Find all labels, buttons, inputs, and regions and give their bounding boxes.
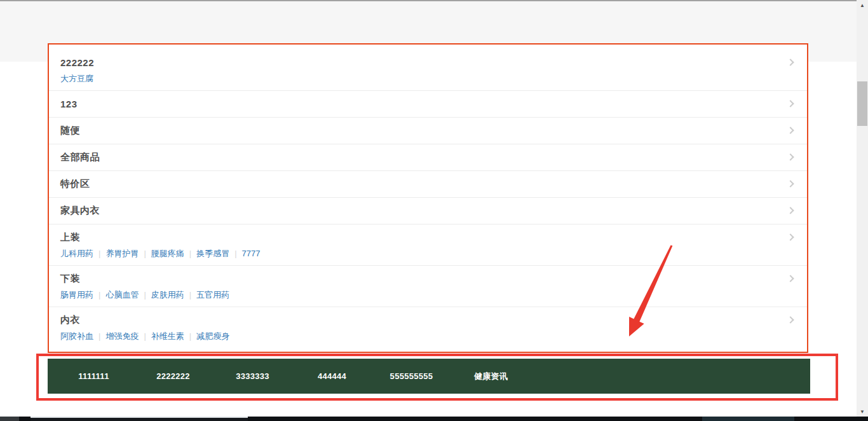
category-section: 222222大方豆腐 [49,45,807,91]
bottom-nav-item[interactable]: 444444 [292,371,372,381]
category-links: 肠胃用药|心脑血管|皮肤用药|五官用药 [60,289,796,301]
category-title: 家具内衣 [60,205,100,217]
category-links: 大方豆腐 [60,73,796,85]
category-section: 家具内衣 [49,198,807,224]
chevron-right-icon [787,180,794,187]
link-separator: | [189,249,191,258]
category-links: 阿胶补血|增强免疫|补维生素|减肥瘦身 [60,331,796,342]
category-title: 内衣 [60,314,80,326]
category-row[interactable]: 下装 [60,272,796,286]
category-title: 上装 [60,231,80,244]
category-title: 特价区 [60,178,90,190]
chevron-right-icon [787,316,794,323]
category-row[interactable]: 123 [60,97,796,111]
category-link[interactable]: 肠胃用药 [60,290,93,300]
link-separator: | [144,331,146,341]
taskbar-segment [702,417,794,421]
category-link[interactable]: 阿胶补血 [60,331,93,341]
category-title: 全部商品 [60,151,100,163]
category-row[interactable]: 222222 [60,55,796,69]
bottom-nav-item[interactable]: 1111111 [54,371,133,381]
category-link[interactable]: 心脑血管 [105,290,139,300]
category-title: 下装 [60,273,80,285]
bottom-nav-item[interactable]: 2222222 [133,371,213,381]
chevron-right-icon [787,127,794,134]
scrollbar-thumb[interactable] [857,81,867,126]
category-link[interactable]: 养胃护胃 [105,249,139,258]
chevron-right-icon [787,207,794,214]
category-link[interactable]: 大方豆腐 [60,74,93,83]
link-separator: | [144,290,146,300]
category-row[interactable]: 特价区 [60,177,796,191]
category-section: 特价区 [49,171,807,198]
category-links: 儿科用药|养胃护胃|腰腿疼痛|换季感冒|7777 [60,248,796,259]
category-link[interactable]: 补维生素 [151,331,184,341]
scroll-up-icon[interactable]: ▲ [857,0,868,11]
link-separator: | [98,290,100,300]
category-section: 全部商品 [49,144,807,171]
chevron-right-icon [787,59,794,66]
category-row[interactable]: 家具内衣 [60,204,796,217]
category-link[interactable]: 减肥瘦身 [196,331,229,341]
link-separator: | [144,249,146,258]
category-section: 内衣阿胶补血|增强免疫|补维生素|减肥瘦身 [49,307,807,348]
link-separator: | [98,331,100,341]
link-separator: | [234,249,236,258]
link-separator: | [189,290,191,300]
category-title: 123 [60,99,78,109]
category-link[interactable]: 皮肤用药 [151,290,184,300]
link-separator: | [98,249,100,258]
category-list: 222222大方豆腐123随便全部商品特价区家具内衣上装儿科用药|养胃护胃|腰腿… [49,45,807,348]
chevron-right-icon [787,275,794,282]
taskbar-edge [0,417,868,421]
category-link[interactable]: 五官用药 [196,290,229,300]
category-link[interactable]: 7777 [242,249,261,258]
taskbar-segment [31,417,248,421]
category-panel: 222222大方豆腐123随便全部商品特价区家具内衣上装儿科用药|养胃护胃|腰腿… [48,43,808,353]
taskbar-segment [0,417,19,421]
chevron-right-icon [787,153,794,160]
category-row[interactable]: 随便 [60,123,796,137]
category-link[interactable]: 换季感冒 [196,249,229,258]
bottom-nav-item[interactable]: 健康资讯 [451,371,531,382]
category-title: 随便 [60,125,80,137]
category-row[interactable]: 上装 [60,230,796,244]
page: 222222大方豆腐123随便全部商品特价区家具内衣上装儿科用药|养胃护胃|腰腿… [0,0,868,421]
category-section: 上装儿科用药|养胃护胃|腰腿疼痛|换季感冒|7777 [49,224,807,266]
category-row[interactable]: 内衣 [60,313,796,327]
link-separator: | [189,331,191,341]
category-link[interactable]: 腰腿疼痛 [151,249,184,258]
category-link[interactable]: 儿科用药 [60,249,93,258]
category-row[interactable]: 全部商品 [60,150,796,164]
scrollbar[interactable]: ▲ ▼ [857,0,868,417]
category-link[interactable]: 增强免疫 [105,331,139,341]
category-title: 222222 [60,57,94,68]
bottom-nav-item[interactable]: 3333333 [213,371,292,381]
bottom-nav: 111111122222223333333444444555555555健康资讯 [48,359,810,394]
category-section: 123 [49,91,807,118]
scroll-down-icon[interactable]: ▼ [857,406,868,417]
category-section: 下装肠胃用药|心脑血管|皮肤用药|五官用药 [49,266,807,307]
category-section: 随便 [49,118,807,144]
chevron-right-icon [787,233,794,240]
bottom-nav-item[interactable]: 555555555 [372,371,451,381]
chevron-right-icon [787,100,794,107]
